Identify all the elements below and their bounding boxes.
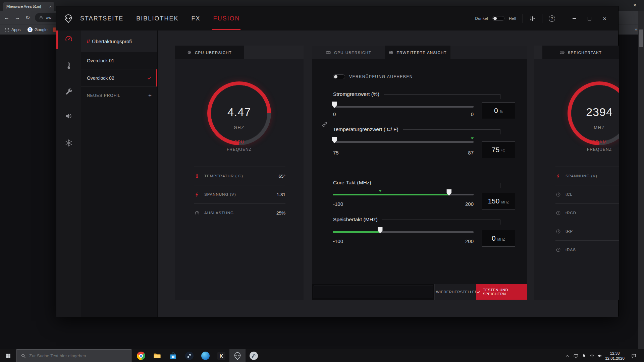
rail-thermal-icon[interactable] (64, 62, 73, 70)
tab-speichertakt[interactable]: SPEICHERTAKT (542, 46, 619, 59)
close-button[interactable]: × (597, 13, 612, 23)
new-profile-button[interactable]: NEUES PROFIL + (81, 87, 157, 104)
dram-gauge-unit: MHZ (568, 125, 619, 130)
slider-value-box[interactable]: 150MHZ (482, 193, 515, 209)
cpu-gauge-label-top: CPU (207, 139, 271, 144)
browser-tab[interactable]: [Alienware Area-51m] × (3, 2, 54, 11)
slider-track[interactable] (333, 141, 474, 143)
separator (542, 14, 542, 23)
tray-power-icon[interactable] (581, 349, 587, 362)
tab-cpu-uebersicht[interactable]: CPU-ÜBERSICHT (175, 46, 244, 59)
restore-label: WIEDERHERSTELLEN (436, 290, 478, 294)
tab-close-icon[interactable]: × (49, 4, 52, 9)
slider-min: 0 (333, 111, 336, 117)
cpu-frequency-gauge: 4.47 GHZ CPU FREQUENZ (207, 81, 271, 145)
slider-value-box[interactable]: 0MHZ (482, 230, 515, 247)
taskbar-clock[interactable]: 12:38 12.01.2020 (603, 351, 627, 361)
taskbar-search-box[interactable] (16, 349, 131, 362)
slider-track[interactable] (333, 194, 474, 195)
slider-handle[interactable] (332, 137, 337, 143)
memory-clock-panel: SPEICHERTAKT 2394 MHZ DRAM FREQUENZ SPAN… (534, 46, 619, 300)
browser-scrollbar[interactable] (638, 11, 644, 349)
taskbar-k-app-icon[interactable]: K (213, 349, 229, 362)
start-button[interactable] (0, 349, 16, 362)
slider-track[interactable] (333, 231, 474, 233)
label-rule (382, 220, 500, 220)
slider-handle[interactable] (332, 102, 337, 108)
taskbar-chrome-icon[interactable] (133, 349, 149, 362)
browser-back-button[interactable]: ← (4, 11, 9, 24)
restore-button[interactable]: WIEDERHERSTELLEN (434, 284, 476, 300)
mem-stat-tcl: tCL (555, 185, 619, 204)
taskbar-awcc-icon[interactable] (229, 349, 246, 362)
unlink-toggle[interactable] (333, 74, 345, 79)
cpu-overview-panel: CPU-ÜBERSICHT 4.47 GHZ CPU FREQUENZ TEMP… (175, 46, 304, 300)
separator (523, 14, 523, 23)
taskbar-steam-client-icon[interactable] (246, 349, 262, 362)
voltage-bolt-icon (194, 192, 200, 197)
apps-grid-icon (5, 27, 9, 32)
rail-audio-icon[interactable] (64, 112, 73, 120)
minimize-button[interactable] (567, 13, 582, 23)
browser-reload-button[interactable]: ↻ (25, 11, 30, 24)
tray-wifi-icon[interactable] (589, 349, 595, 362)
clock-time: 12:38 (603, 351, 627, 356)
profile-item-overclock-01[interactable]: Overclock 01 (81, 52, 157, 69)
bookmarks-overflow-chevron[interactable]: » (635, 26, 637, 32)
browser-forward-button[interactable]: → (15, 11, 20, 24)
tray-chevron-icon[interactable] (565, 349, 570, 362)
left-icon-rail (56, 31, 81, 317)
browser-url: aw- (46, 15, 53, 20)
timing-icon (555, 192, 561, 197)
nav-item-bibliothek[interactable]: BIBLIOTHEK (136, 15, 178, 22)
unlink-toggle-knob (334, 75, 337, 78)
bookmark-google[interactable]: G Google (28, 24, 48, 35)
tray-volume-icon[interactable] (597, 349, 602, 362)
link-chain-icon (321, 121, 328, 128)
active-rail-indicator (56, 31, 58, 49)
rail-overclock-icon[interactable] (64, 35, 73, 43)
memory-tab-row: SPEICHERTAKT (534, 46, 619, 59)
slider-value-box[interactable]: 75°C (482, 141, 515, 158)
action-center-icon[interactable] (631, 349, 637, 362)
stat-label: SPANNUNG (V) (566, 174, 597, 178)
tab-gpu-uebersicht[interactable]: GPU-ÜBERSICHT (312, 46, 385, 59)
maximize-button[interactable] (582, 13, 597, 23)
selected-check-icon (147, 75, 152, 80)
cpu-stat-load: AUSLASTUNG 25% (194, 204, 285, 222)
nav-item-startseite[interactable]: STARTSEITE (80, 15, 123, 22)
search-icon (21, 353, 26, 358)
taskbar-store-icon[interactable] (165, 349, 181, 362)
app-main-nav: STARTSEITE BIBLIOTHEK FX FUSION (80, 15, 240, 22)
bookmark-apps[interactable]: Apps (5, 24, 20, 35)
rail-cooling-icon[interactable] (64, 139, 73, 147)
stat-label: SPANNUNG (V) (204, 192, 236, 196)
mem-stat-trp: tRP (555, 222, 619, 241)
taskbar-steam-icon[interactable] (181, 349, 197, 362)
profiles-header: // Übertaktungsprofi (81, 31, 157, 52)
clock-date: 12.01.2020 (603, 356, 627, 361)
browser-close-button[interactable]: × (633, 2, 636, 8)
help-button[interactable]: ? (549, 15, 555, 22)
tray-monitor-icon[interactable] (573, 349, 579, 362)
search-input[interactable] (29, 353, 123, 358)
test-and-save-button[interactable]: TESTEN UND SPEICHERN (476, 284, 527, 300)
tab-erweiterte-ansicht[interactable]: ERWEITERTE ANSICHT (385, 46, 450, 59)
rail-power-tools-icon[interactable] (64, 87, 73, 96)
unlink-toggle-row: VERKNÜPFUNG AUFHEBEN (333, 74, 413, 79)
slider-value-box[interactable]: 0% (482, 102, 515, 119)
profile-label: Overclock 02 (87, 75, 114, 81)
settings-sliders-icon[interactable] (529, 15, 536, 22)
browser-tab-title: [Alienware Area-51m] (6, 4, 47, 8)
nav-item-fx[interactable]: FX (191, 15, 200, 22)
theme-toggle[interactable] (492, 16, 504, 21)
taskbar-explorer-icon[interactable] (149, 349, 165, 362)
new-profile-label: NEUES PROFIL (87, 93, 120, 98)
slider-min: 75 (333, 150, 339, 156)
taskbar-browser-icon[interactable] (197, 349, 213, 362)
profile-item-overclock-02[interactable]: Overclock 02 (81, 69, 157, 87)
slider-track[interactable] (333, 106, 474, 108)
nav-item-fusion[interactable]: FUSION (213, 15, 240, 22)
tab-label: GPU-ÜBERSICHT (334, 51, 371, 55)
scrollbar-thumb[interactable] (639, 29, 643, 47)
